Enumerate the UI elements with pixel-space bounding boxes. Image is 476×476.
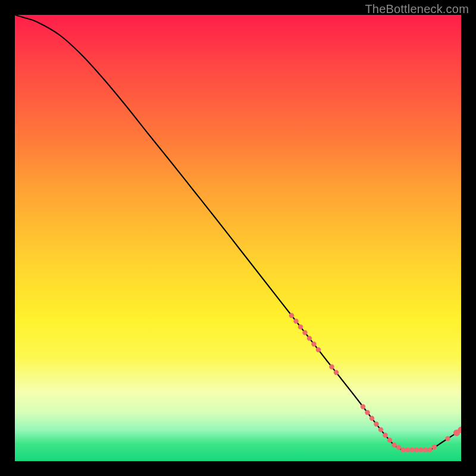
curve-marker — [334, 370, 339, 375]
curve-marker — [289, 313, 294, 318]
curve-layer — [15, 15, 461, 461]
curve-marker — [387, 438, 392, 443]
curve-marker — [414, 447, 419, 452]
plot-area — [15, 15, 461, 461]
curve-marker — [400, 447, 405, 452]
curve-marker — [378, 427, 383, 432]
curve-marker — [383, 433, 387, 437]
curve-marker — [311, 342, 316, 346]
curve-marker — [432, 444, 437, 449]
curve-marker — [418, 447, 423, 452]
curve-marker — [392, 443, 396, 447]
curve-markers — [289, 313, 461, 452]
curve-marker — [365, 410, 369, 415]
curve-marker — [307, 336, 312, 340]
curve-marker — [445, 436, 450, 441]
curve-marker — [302, 330, 307, 335]
watermark-text: TheBottleneck.com — [365, 2, 469, 16]
curve-marker — [361, 404, 365, 409]
curve-marker — [427, 447, 432, 452]
curve-marker — [374, 422, 378, 427]
curve-marker — [369, 416, 374, 421]
curve-marker — [409, 447, 414, 452]
bottleneck-curve — [15, 15, 461, 450]
chart-stage: TheBottleneck.com — [0, 0, 476, 476]
curve-marker — [423, 447, 428, 452]
curve-marker — [293, 319, 298, 324]
curve-marker — [316, 347, 321, 352]
curve-marker — [329, 364, 334, 369]
curve-marker — [298, 324, 303, 329]
curve-marker — [396, 445, 401, 450]
curve-marker — [405, 447, 410, 452]
